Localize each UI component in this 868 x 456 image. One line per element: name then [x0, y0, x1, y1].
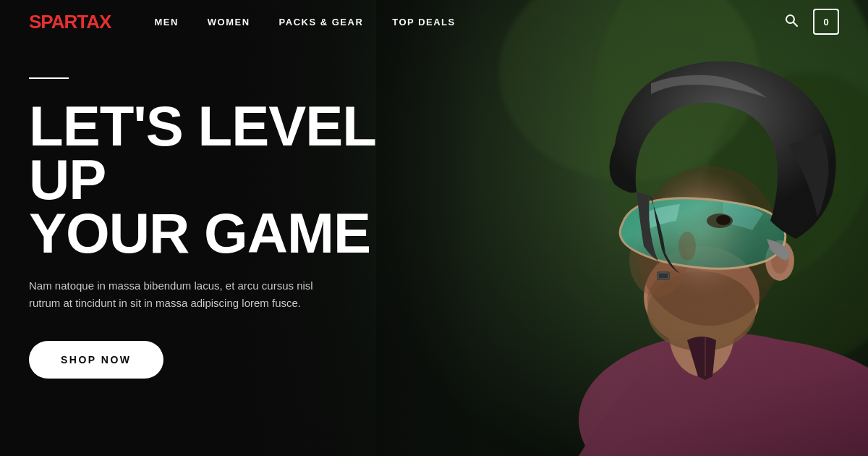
nav-item-packs-gear[interactable]: PACKS & GEAR [279, 17, 364, 28]
svg-line-21 [793, 22, 797, 26]
search-icon[interactable] [784, 13, 799, 31]
hero-content: LET'S LEVEL UP YOUR GAME Nam natoque in … [0, 0, 405, 456]
cart-icon[interactable]: 0 [813, 9, 839, 35]
logo-suffix: X [99, 11, 111, 33]
hero-subtitle: Nam natoque in massa bibendum lacus, et … [29, 277, 340, 312]
cart-count: 0 [823, 17, 828, 28]
nav-item-women[interactable]: WOMEN [208, 17, 250, 28]
shop-now-button[interactable]: SHOP NOW [29, 341, 163, 379]
hero-title-line2: YOUR GAME [29, 201, 370, 265]
navbar: SPARTAX MEN WOMEN PACKS & GEAR TOP DEALS… [0, 0, 868, 43]
nav-actions: 0 [784, 9, 839, 35]
nav-item-top-deals[interactable]: TOP DEALS [392, 17, 455, 28]
hero-title-line1: LET'S LEVEL UP [29, 94, 375, 211]
hero-title: LET'S LEVEL UP YOUR GAME [29, 99, 376, 260]
logo-prefix: SPARTA [29, 11, 99, 33]
nav-item-men[interactable]: MEN [154, 17, 178, 28]
logo[interactable]: SPARTAX [29, 11, 111, 33]
nav-links: MEN WOMEN PACKS & GEAR TOP DEALS [154, 17, 784, 28]
hero-divider [29, 77, 69, 79]
